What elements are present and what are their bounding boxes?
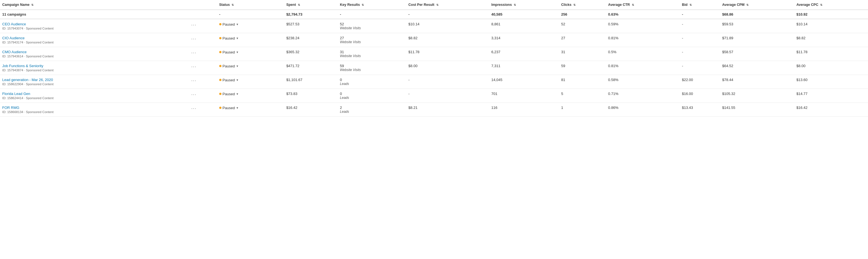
chevron-down-icon: ▼ <box>236 65 239 68</box>
cost-per-result-cell: - <box>406 75 489 89</box>
col-impressions[interactable]: Impressions ⇅ <box>489 0 559 10</box>
chevron-down-icon: ▼ <box>236 93 239 96</box>
avg-ctr-cell: 0.71% <box>606 89 680 103</box>
col-key-results[interactable]: Key Results ⇅ <box>338 0 406 10</box>
cost-per-result-cell: $11.78 <box>406 47 489 61</box>
status-label: Paused <box>223 50 235 54</box>
status-cell: Paused ▼ <box>217 19 284 33</box>
status-dropdown[interactable]: Paused ▼ <box>219 22 239 27</box>
sort-icon-spent: ⇅ <box>298 3 300 6</box>
campaign-name-link[interactable]: Florida Lead Gen <box>2 92 186 96</box>
table-row: CEO Audience ID: 157943074 · Sponsored C… <box>0 19 868 33</box>
col-status[interactable]: Status ⇅ <box>217 0 284 10</box>
col-spent[interactable]: Spent ⇅ <box>284 0 338 10</box>
key-results-number: 0 <box>340 92 404 96</box>
chevron-down-icon: ▼ <box>236 78 239 82</box>
campaign-name-cell: CIO Audience ID: 157943174 · Sponsored C… <box>0 33 188 47</box>
sort-icon-status: ⇅ <box>231 3 234 6</box>
clicks-cell: 59 <box>559 61 606 75</box>
sort-icon-bid: ⇅ <box>689 3 692 6</box>
campaign-name-link[interactable]: Job Functions & Seniority <box>2 64 186 68</box>
impressions-cell: 14,045 <box>489 75 559 89</box>
campaign-sub: ID: 158624414 · Sponsored Content <box>2 96 186 100</box>
col-avg-cpc[interactable]: Average CPC ⇅ <box>794 0 868 10</box>
key-results-cell: 59 Website Visits <box>338 61 406 75</box>
avg-cpm-cell: $105.32 <box>720 89 794 103</box>
avg-cpm-cell: $78.44 <box>720 75 794 89</box>
more-options-button[interactable]: ··· <box>190 50 197 56</box>
summary-avg-cpc: $10.92 <box>794 10 868 19</box>
more-options-button[interactable]: ··· <box>190 36 197 42</box>
campaign-name-link[interactable]: FOR RMG <box>2 105 186 110</box>
cost-per-result-cell: $8.82 <box>406 33 489 47</box>
status-dot <box>219 51 221 53</box>
campaign-name-link[interactable]: CIO Audience <box>2 36 186 40</box>
bid-cell: - <box>680 33 720 47</box>
table-row: Job Functions & Seniority ID: 157943874 … <box>0 61 868 75</box>
campaign-sub: ID: 158668134 · Sponsored Content <box>2 110 186 114</box>
more-options-button[interactable]: ··· <box>190 92 197 98</box>
table-row: Florida Lead Gen ID: 158624414 · Sponsor… <box>0 89 868 103</box>
status-dropdown[interactable]: Paused ▼ <box>219 106 239 110</box>
key-results-type: Leads <box>340 82 404 86</box>
status-dropdown[interactable]: Paused ▼ <box>219 92 239 96</box>
status-dropdown[interactable]: Paused ▼ <box>219 64 239 68</box>
cost-per-result-cell: $8.21 <box>406 103 489 117</box>
more-options-button[interactable]: ··· <box>190 78 197 84</box>
more-options-button[interactable]: ··· <box>190 64 197 70</box>
status-label: Paused <box>223 64 235 68</box>
avg-ctr-cell: 0.81% <box>606 61 680 75</box>
spent-cell: $365.32 <box>284 47 338 61</box>
more-options-button[interactable]: ··· <box>190 22 197 28</box>
sort-icon-avg-cpm: ⇅ <box>746 3 748 6</box>
key-results-number: 52 <box>340 22 404 26</box>
summary-cost-per-result: - <box>406 10 489 19</box>
campaign-name-link[interactable]: Lead generation - Mar 26, 2020 <box>2 78 186 82</box>
bid-cell: $22.00 <box>680 75 720 89</box>
spent-cell: $73.83 <box>284 89 338 103</box>
col-campaign-name[interactable]: Campaign Name ⇅ <box>0 0 188 10</box>
avg-cpm-cell: $58.57 <box>720 47 794 61</box>
status-dot <box>219 37 221 39</box>
campaign-name-link[interactable]: CEO Audience <box>2 22 186 26</box>
avg-cpc-cell: $8.00 <box>794 61 868 75</box>
key-results-type: Website Visits <box>340 26 404 30</box>
key-results-cell: 2 Leads <box>338 103 406 117</box>
avg-cpm-cell: $141.55 <box>720 103 794 117</box>
col-clicks[interactable]: Clicks ⇅ <box>559 0 606 10</box>
key-results-number: 27 <box>340 36 404 40</box>
col-avg-ctr[interactable]: Average CTR ⇅ <box>606 0 680 10</box>
key-results-type: Website Visits <box>340 40 404 44</box>
campaign-sub: ID: 158622904 · Sponsored Content <box>2 83 186 86</box>
summary-label: 11 campaigns <box>0 10 188 19</box>
col-cost-per-result[interactable]: Cost Per Result ⇅ <box>406 0 489 10</box>
campaign-name-cell: Florida Lead Gen ID: 158624414 · Sponsor… <box>0 89 188 103</box>
key-results-cell: 27 Website Visits <box>338 33 406 47</box>
campaign-name-link[interactable]: CMO Audience <box>2 50 186 54</box>
campaign-actions-cell: ··· <box>188 19 217 33</box>
status-cell: Paused ▼ <box>217 89 284 103</box>
campaign-name-cell: CMO Audience ID: 157943614 · Sponsored C… <box>0 47 188 61</box>
status-cell: Paused ▼ <box>217 47 284 61</box>
bid-cell: - <box>680 19 720 33</box>
clicks-cell: 1 <box>559 103 606 117</box>
status-dropdown[interactable]: Paused ▼ <box>219 50 239 54</box>
summary-avg-cpm: $68.86 <box>720 10 794 19</box>
sort-icon-cost-per-result: ⇅ <box>436 3 438 6</box>
chevron-down-icon: ▼ <box>236 51 239 54</box>
impressions-cell: 8,861 <box>489 19 559 33</box>
avg-ctr-cell: 0.81% <box>606 33 680 47</box>
col-bid[interactable]: Bid ⇅ <box>680 0 720 10</box>
status-dropdown[interactable]: Paused ▼ <box>219 36 239 40</box>
status-dropdown[interactable]: Paused ▼ <box>219 78 239 82</box>
impressions-cell: 3,314 <box>489 33 559 47</box>
spent-cell: $16.42 <box>284 103 338 117</box>
campaigns-table: Campaign Name ⇅ Status ⇅ Spent ⇅ Key Res… <box>0 0 868 117</box>
chevron-down-icon: ▼ <box>236 37 239 40</box>
more-options-button[interactable]: ··· <box>190 105 197 112</box>
campaign-name-cell: Job Functions & Seniority ID: 157943874 … <box>0 61 188 75</box>
status-cell: Paused ▼ <box>217 75 284 89</box>
col-avg-cpm[interactable]: Average CPM ⇅ <box>720 0 794 10</box>
summary-impressions: 40,585 <box>489 10 559 19</box>
table-row: CMO Audience ID: 157943614 · Sponsored C… <box>0 47 868 61</box>
